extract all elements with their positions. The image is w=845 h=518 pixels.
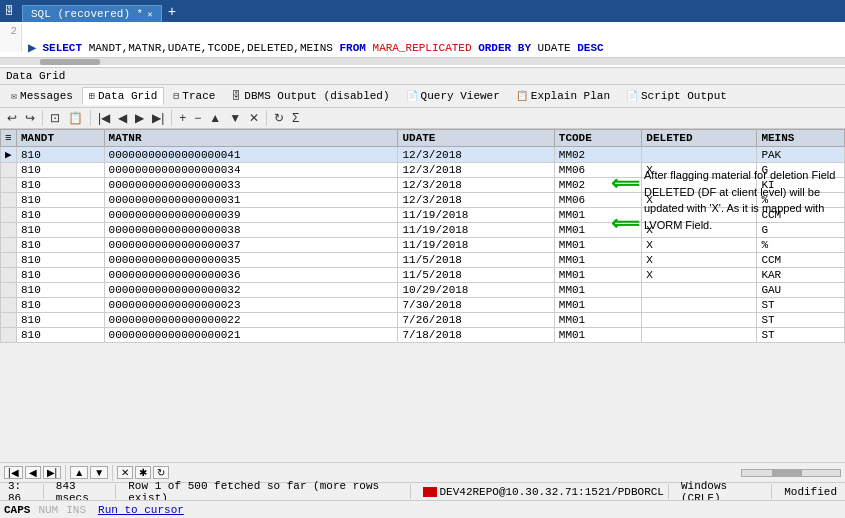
cell-mandt[interactable]: 810 [17,238,105,253]
sql-tab[interactable]: SQL (recovered) * ✕ [22,5,162,22]
up-button[interactable]: ▲ [206,110,224,126]
copy-button[interactable]: ⊡ [47,110,63,126]
cell-deleted[interactable] [642,328,757,343]
col-header-meins[interactable]: MEINS [757,130,845,147]
row-indicator[interactable] [1,328,17,343]
cell-udate[interactable]: 11/19/2018 [398,223,554,238]
tab-query-viewer[interactable]: 📄 Query Viewer [399,87,507,105]
cell-meins[interactable]: GAU [757,283,845,298]
x-button[interactable]: ✕ [246,110,262,126]
paste-button[interactable]: 📋 [65,110,86,126]
cell-matnr[interactable]: 00000000000000000031 [104,193,398,208]
scrollbar-thumb[interactable] [772,470,802,476]
col-header-deleted[interactable]: DELETED [642,130,757,147]
row-indicator[interactable] [1,268,17,283]
cell-mandt[interactable]: 810 [17,208,105,223]
cell-matnr[interactable]: 00000000000000000022 [104,313,398,328]
col-header-matnr[interactable]: MATNR [104,130,398,147]
cell-mandt[interactable]: 810 [17,253,105,268]
row-indicator[interactable] [1,313,17,328]
tab-trace[interactable]: ⊟ Trace [166,87,222,105]
table-row[interactable]: 810000000000000000000227/26/2018MM01ST [1,313,845,328]
cell-mandt[interactable]: 810 [17,223,105,238]
undo-button[interactable]: ↩ [4,110,20,126]
row-indicator[interactable] [1,283,17,298]
refresh-nav-button[interactable]: ↻ [153,466,169,479]
table-row[interactable]: 8100000000000000000003210/29/2018MM01GAU [1,283,845,298]
down-button[interactable]: ▼ [226,110,244,126]
cell-mandt[interactable]: 810 [17,313,105,328]
cell-udate[interactable]: 11/19/2018 [398,208,554,223]
close-tab-button[interactable]: ✕ [147,9,152,20]
cell-deleted[interactable]: X [642,253,757,268]
cell-meins[interactable]: CCM [757,253,845,268]
cell-matnr[interactable]: 00000000000000000021 [104,328,398,343]
table-row[interactable]: 8100000000000000000003511/5/2018MM01XCCM [1,253,845,268]
cell-tcode[interactable]: MM01 [554,313,642,328]
table-row[interactable]: 8100000000000000000003711/19/2018MM01X% [1,238,845,253]
cell-meins[interactable]: ST [757,328,845,343]
cell-deleted[interactable] [642,283,757,298]
sql-editor[interactable]: 2 ▶ SELECT MANDT,MATNR,UDATE,TCODE,DELET… [0,22,845,68]
col-header-mandt[interactable]: MANDT [17,130,105,147]
cell-mandt[interactable]: 810 [17,298,105,313]
cell-matnr[interactable]: 00000000000000000036 [104,268,398,283]
first-button[interactable]: |◀ [95,110,113,126]
add-row-button[interactable]: + [176,110,189,126]
cell-mandt[interactable]: 810 [17,328,105,343]
redo-button[interactable]: ↪ [22,110,38,126]
sql-horizontal-scrollbar[interactable] [0,57,845,65]
table-row[interactable]: 810000000000000000000217/18/2018MM01ST [1,328,845,343]
cell-deleted[interactable] [642,313,757,328]
cell-matnr[interactable]: 00000000000000000023 [104,298,398,313]
cell-matnr[interactable]: 00000000000000000038 [104,223,398,238]
row-indicator[interactable] [1,193,17,208]
cell-meins[interactable]: ST [757,313,845,328]
cell-tcode[interactable]: MM01 [554,253,642,268]
cell-matnr[interactable]: 00000000000000000039 [104,208,398,223]
table-row[interactable]: ▶8100000000000000000004112/3/2018MM02PAK [1,147,845,163]
tab-dbms-output[interactable]: 🗄 DBMS Output (disabled) [224,87,396,105]
cell-matnr[interactable]: 00000000000000000037 [104,238,398,253]
tab-script-output[interactable]: 📄 Script Output [619,87,734,105]
row-indicator[interactable] [1,253,17,268]
first-nav-button[interactable]: |◀ [4,466,23,479]
scroll-thumb[interactable] [40,59,100,65]
cell-udate[interactable]: 7/26/2018 [398,313,554,328]
cell-deleted[interactable] [642,147,757,163]
cell-mandt[interactable]: 810 [17,178,105,193]
cell-matnr[interactable]: 00000000000000000033 [104,178,398,193]
col-header-tcode[interactable]: TCODE [554,130,642,147]
table-row[interactable]: 8100000000000000000003611/5/2018MM01XKAR [1,268,845,283]
prev-nav-button[interactable]: ◀ [25,466,41,479]
cell-mandt[interactable]: 810 [17,163,105,178]
tab-data-grid[interactable]: ⊞ Data Grid [82,87,164,105]
star-button[interactable]: ✱ [135,466,151,479]
tab-messages[interactable]: ✉ Messages [4,87,80,105]
cell-udate[interactable]: 10/29/2018 [398,283,554,298]
row-indicator[interactable] [1,298,17,313]
cell-mandt[interactable]: 810 [17,147,105,163]
cell-matnr[interactable]: 00000000000000000035 [104,253,398,268]
cell-udate[interactable]: 11/5/2018 [398,253,554,268]
cell-udate[interactable]: 12/3/2018 [398,178,554,193]
nav-down-button[interactable]: ▼ [90,466,108,479]
cell-deleted[interactable]: X [642,268,757,283]
sql-statement[interactable]: SELECT MANDT,MATNR,UDATE,TCODE,DELETED,M… [42,42,603,54]
col-header-udate[interactable]: UDATE [398,130,554,147]
add-tab-button[interactable]: + [162,2,182,22]
row-indicator[interactable] [1,208,17,223]
row-indicator[interactable] [1,178,17,193]
delete-nav-button[interactable]: ✕ [117,466,133,479]
horizontal-scrollbar[interactable] [741,469,841,477]
cell-matnr[interactable]: 00000000000000000041 [104,147,398,163]
row-indicator[interactable] [1,238,17,253]
sum-button[interactable]: Σ [289,110,302,126]
tab-explain-plan[interactable]: 📋 Explain Plan [509,87,617,105]
cell-udate[interactable]: 11/5/2018 [398,268,554,283]
cell-meins[interactable]: ST [757,298,845,313]
refresh-button[interactable]: ↻ [271,110,287,126]
cell-udate[interactable]: 11/19/2018 [398,238,554,253]
cell-udate[interactable]: 12/3/2018 [398,163,554,178]
cell-tcode[interactable]: MM01 [554,298,642,313]
